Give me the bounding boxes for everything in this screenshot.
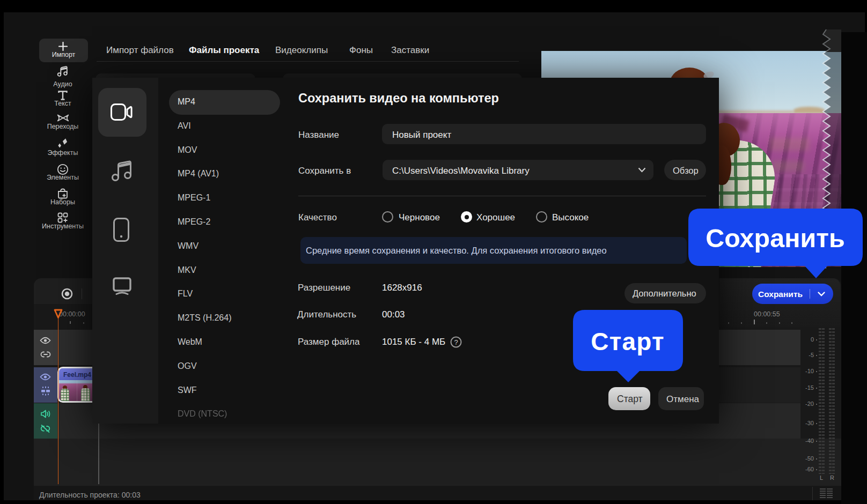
svg-text:Старт: Старт bbox=[591, 328, 664, 355]
svg-text:Сохранить: Сохранить bbox=[706, 224, 845, 253]
svg-text:?: ? bbox=[454, 338, 458, 346]
